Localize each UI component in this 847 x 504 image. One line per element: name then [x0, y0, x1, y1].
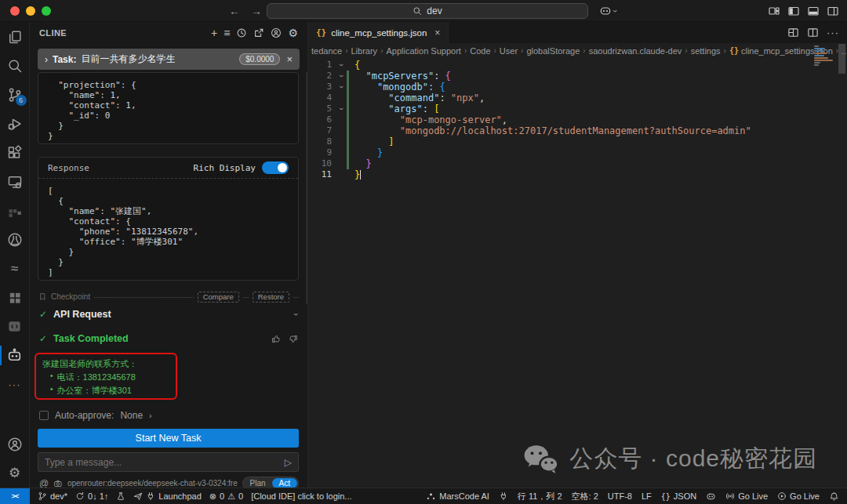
- sidebar-item-marscode[interactable]: ≈: [0, 254, 30, 283]
- tab-cline-mcp-settings[interactable]: {} cline_mcp_settings.json ×: [308, 22, 449, 43]
- watermark-text: 公众号 · code秘密花园: [569, 443, 817, 475]
- auto-approve-checkbox[interactable]: [39, 411, 49, 420]
- zoom-window-button[interactable]: [42, 6, 51, 16]
- thumbs-down-icon[interactable]: [288, 334, 298, 344]
- problems-status[interactable]: ⊗ 0 ⚠ 0: [209, 491, 243, 502]
- cursor-position[interactable]: 行 11，列 2: [518, 491, 562, 502]
- language-status[interactable]: {} JSON: [661, 491, 696, 501]
- account-button[interactable]: [0, 430, 30, 459]
- sidebar-item-testing[interactable]: [0, 225, 30, 254]
- code-line[interactable]: 6 "mcp-mongo-server",: [308, 114, 816, 125]
- camera-icon[interactable]: [53, 479, 63, 488]
- close-task-icon[interactable]: ×: [286, 53, 293, 65]
- notifications-status[interactable]: [829, 491, 839, 502]
- experiments-status[interactable]: [116, 491, 125, 501]
- sidebar-item-more[interactable]: ···: [0, 370, 30, 399]
- code-line[interactable]: 5› "args": [: [308, 103, 816, 114]
- split-columns-icon[interactable]: [807, 27, 819, 38]
- ports-status[interactable]: [499, 491, 508, 501]
- start-new-task-button[interactable]: Start New Task: [38, 429, 299, 448]
- sidebar-item-run-debug[interactable]: [0, 109, 30, 138]
- breadcrumb-item[interactable]: Code: [470, 46, 490, 56]
- code-line[interactable]: 4 "command": "npx",: [308, 92, 816, 103]
- account-icon[interactable]: [271, 27, 282, 38]
- model-id[interactable]: openrouter:deepseek/deepseek-chat-v3-032…: [67, 479, 238, 488]
- restore-button[interactable]: Restore: [253, 292, 289, 303]
- minimap[interactable]: [814, 45, 834, 67]
- marscode-status[interactable]: MarsCode AI: [426, 491, 489, 502]
- more-actions-icon[interactable]: ···: [827, 27, 839, 38]
- compare-button[interactable]: Compare: [198, 292, 239, 303]
- command-center-search[interactable]: dev: [267, 3, 588, 19]
- sidebar-item-cline[interactable]: [0, 341, 30, 370]
- breadcrumb-item[interactable]: saoudrizwan.claude-dev: [589, 46, 682, 56]
- settings-gear-icon[interactable]: ⚙: [288, 27, 298, 38]
- sidebar-item-explorer[interactable]: [0, 22, 30, 51]
- mcp-servers-icon[interactable]: ≡: [224, 27, 230, 38]
- go-live-play[interactable]: Go Live: [777, 491, 820, 501]
- rich-display-toggle[interactable]: [262, 161, 289, 174]
- breadcrumb-item[interactable]: settings: [691, 46, 721, 56]
- manage-button[interactable]: ⚙: [0, 459, 30, 488]
- sidebar-item-source-control[interactable]: 6: [0, 80, 30, 109]
- code-line[interactable]: 1›{: [308, 60, 816, 71]
- close-tab-icon[interactable]: ×: [434, 27, 440, 38]
- sidebar-item-remote-explorer[interactable]: [0, 167, 30, 196]
- title-bar: ← → dev ›: [0, 0, 847, 22]
- copilot-status[interactable]: [706, 491, 716, 502]
- open-in-editor-icon[interactable]: [253, 27, 264, 38]
- toggle-panel-icon[interactable]: [807, 5, 820, 17]
- code-line[interactable]: 9 }: [308, 147, 816, 158]
- sidebar-item-apps[interactable]: [0, 283, 30, 312]
- code-line[interactable]: 10 }: [308, 158, 816, 169]
- sidebar-item-infrastructure[interactable]: [0, 196, 30, 225]
- minimize-window-button[interactable]: [26, 6, 35, 16]
- remote-indicator[interactable]: ><: [0, 488, 30, 504]
- breadcrumb-item[interactable]: Application Support: [386, 46, 460, 56]
- sidebar-item-cloud-ide[interactable]: [0, 312, 30, 341]
- cloud-ide-login[interactable]: [Cloud IDE] click to login...: [251, 491, 351, 501]
- response-body[interactable]: [ { "name": "张建国", "contact": { "phone":…: [38, 179, 298, 285]
- send-icon[interactable]: ▷: [285, 457, 292, 468]
- split-editor-icon[interactable]: [787, 27, 799, 38]
- request-code-block[interactable]: .. "projection": { "name": 1, "contact":…: [38, 72, 299, 144]
- eol-status[interactable]: LF: [642, 491, 652, 501]
- code-line[interactable]: 11}: [308, 169, 816, 180]
- sidebar-scrollbar[interactable]: [306, 72, 307, 304]
- git-branch-status[interactable]: dev*: [38, 491, 67, 501]
- breadcrumb-item[interactable]: User: [500, 46, 518, 56]
- launchpad-status[interactable]: Launchpad: [133, 491, 201, 501]
- new-task-icon[interactable]: +: [211, 27, 217, 38]
- code-line[interactable]: 8 ]: [308, 136, 816, 147]
- editor-scrollbar[interactable]: [838, 44, 845, 74]
- sidebar-item-search[interactable]: [0, 51, 30, 80]
- breadcrumb-item[interactable]: Library: [351, 46, 378, 56]
- sidebar-item-extensions[interactable]: [0, 138, 30, 167]
- indentation-status[interactable]: 空格: 2: [572, 491, 598, 502]
- message-input[interactable]: [45, 457, 285, 468]
- code-line[interactable]: 2› "mcpServers": {: [308, 71, 816, 82]
- thumbs-up-icon[interactable]: [271, 334, 282, 344]
- code-line[interactable]: 7 "mongodb://localhost:27017/studentMana…: [308, 125, 816, 136]
- chevron-right-icon: ›: [149, 411, 152, 420]
- history-icon[interactable]: [236, 27, 247, 38]
- auto-approve-row[interactable]: Auto-approve: None ›: [39, 410, 152, 421]
- api-request-row[interactable]: ✓ API Request ›: [39, 309, 298, 320]
- toggle-secondary-sidebar-icon[interactable]: [827, 5, 839, 17]
- code-line[interactable]: 3› "mongodb": {: [308, 82, 816, 92]
- forward-button[interactable]: →: [251, 5, 262, 17]
- toggle-primary-sidebar-icon[interactable]: [787, 5, 800, 17]
- sync-status[interactable]: 0↓ 1↑: [75, 491, 108, 501]
- breadcrumb-item[interactable]: tedance: [311, 46, 342, 56]
- encoding-status[interactable]: UTF-8: [608, 491, 632, 501]
- editor-code[interactable]: 1›{2› "mcpServers": {3› "mongodb": {4 "c…: [308, 60, 816, 488]
- task-header[interactable]: › Task: 目前一共有多少名学生 $0.0000 ×: [38, 49, 300, 70]
- watermark: 公众号 · code秘密花园: [523, 443, 817, 475]
- back-button[interactable]: ←: [229, 5, 240, 17]
- close-window-button[interactable]: [10, 6, 20, 16]
- customize-layout-icon[interactable]: [768, 5, 780, 17]
- copilot-menu[interactable]: ›: [599, 5, 617, 17]
- go-live-broadcast[interactable]: Go Live: [725, 491, 768, 501]
- breadcrumb-item[interactable]: globalStorage: [526, 46, 580, 56]
- chevron-down-icon[interactable]: ›: [292, 313, 301, 316]
